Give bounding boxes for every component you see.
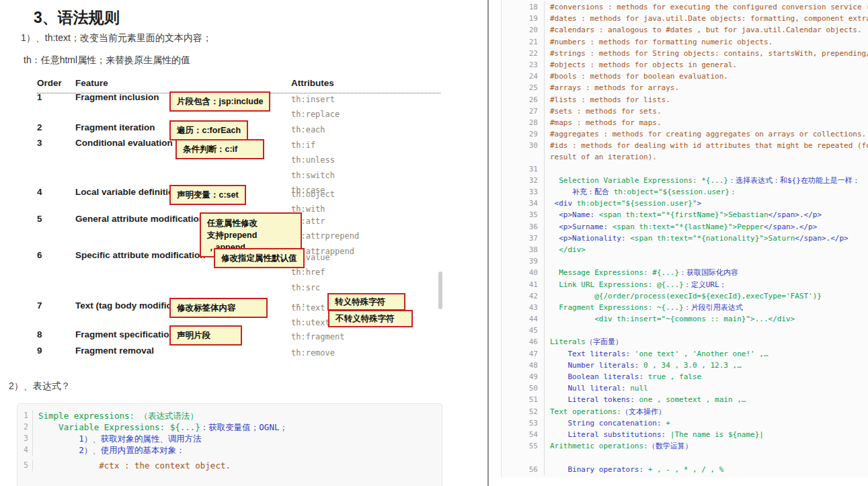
line-number: 53 [502, 417, 545, 429]
code-line: 36 <p>Surname: <span th:text="*{lastName… [502, 221, 868, 233]
line-number: 40 [502, 267, 545, 278]
line-number: 22 [502, 48, 545, 59]
code-text: String concatenation: + [550, 417, 670, 429]
table-row: 9Fragment removalth:remove [37, 346, 440, 360]
code-line: 48 Number literals: 0 , 34 , 3.0 , 12.3 … [502, 360, 868, 371]
code-line: 54 Literal substitutions: |The name is $… [502, 429, 868, 440]
code-text: #bools : methods for boolean evaluation. [550, 71, 728, 82]
col-header-order: Order [37, 78, 75, 88]
order-cell: 8 [37, 329, 75, 344]
code-text: Link URL Expressions: @{...}：定义URL； [550, 279, 727, 290]
code-line: 3 1）、获取对象的属性、调用方法 [17, 433, 442, 444]
code-line: 55Arithmetic operations:（数学运算） [502, 440, 868, 452]
col-header-feature: Feature [75, 78, 291, 88]
code-text: Message Expressions: #{...}：获取国际化内容 [550, 267, 738, 278]
code-line: 43 Fragment Expressions: ~{...}：片段引用表达式 [502, 302, 868, 313]
code-text: 2）、使用内置的基本对象： [38, 444, 185, 456]
code-text: Literal substitutions: |The name is ${na… [550, 429, 764, 440]
attribute-value: th:insert [291, 92, 440, 107]
code-line: 44 <div th:insert="~{commons :: main}">.… [502, 313, 868, 325]
code-text: #sets : methods for sets. [550, 106, 662, 117]
table-row: 8Fragment specificationth:fragment声明片段 [37, 329, 440, 344]
code-line: 20#calendars : analogous to #dates , but… [502, 24, 868, 36]
code-text: #maps : methods for maps. [550, 117, 662, 128]
line-number: 21 [502, 36, 545, 48]
code-text: Text operations:（文本操作） [550, 406, 666, 417]
line-number: 36 [502, 221, 545, 233]
code-line: 49 Boolean literals: true , false [502, 371, 868, 382]
line-number: 30 [502, 140, 545, 151]
order-cell: 9 [37, 346, 75, 360]
line-number: 28 [502, 117, 545, 128]
code-line: 56 Binary operators: + , - , * , / , % [502, 464, 868, 475]
feature-cell: Fragment removal [75, 346, 291, 360]
line-number: 50 [502, 382, 545, 394]
code-line: 45 [502, 325, 868, 336]
code-line: 51 Literal tokens: one , sometext , main… [502, 394, 868, 405]
code-text: Simple expressions: （表达式语法） [38, 410, 198, 421]
annotation-box: 修改标签体内容 [169, 298, 268, 318]
col-header-attributes: Attributes [291, 78, 440, 88]
code-text: <p>Nationality: <span th:text="*{nationa… [550, 233, 849, 244]
code-line: 26#lists : methods for lists. [502, 94, 868, 106]
line-number: 49 [502, 371, 545, 382]
paragraph-expressions: 2）、表达式？ [9, 380, 71, 393]
code-line: 34 <div th:object="${session.user}"> [502, 198, 868, 209]
code-line: 22#strings : methods for String objects:… [502, 48, 868, 59]
expression-reference-code-block: 18#conversions : methods for executing t… [501, 0, 868, 477]
line-number: 55 [502, 440, 545, 452]
code-line: 42 @{/order/process(execId=${execId},exe… [502, 290, 868, 302]
left-pane-scrollbar-thumb[interactable] [438, 272, 442, 309]
left-pane: 3、语法规则 1）、th:text；改变当前元素里面的文本内容； th：任意ht… [0, 0, 488, 486]
line-number: 39 [502, 255, 545, 267]
code-line: 5 #ctx : the context object. [17, 460, 442, 471]
line-number: 26 [502, 94, 545, 106]
paragraph-th-attr: th：任意html属性；来替换原生属性的值 [24, 54, 190, 67]
line-number: 41 [502, 279, 545, 290]
code-text: Boolean literals: true , false [550, 371, 701, 382]
code-text: #numbers : methods for formatting numeri… [550, 36, 773, 48]
code-text: 1）、获取对象的属性、调用方法 [38, 433, 202, 444]
code-line: 41 Link URL Expressions: @{...}：定义URL； [502, 279, 868, 290]
attributes-cell: th:objectth:with [291, 187, 440, 217]
line-number [502, 452, 545, 463]
attributes-cell: th:remove [291, 346, 440, 360]
attribute-value: th:attr [291, 214, 440, 229]
attributes-cell: th:fragment [291, 329, 440, 344]
code-text: Literals（字面量） [550, 336, 623, 348]
code-line: 52Text operations:（文本操作） [502, 406, 868, 417]
line-number: 29 [502, 128, 545, 140]
line-number: 51 [502, 394, 545, 405]
code-text: #lists : methods for lists. [550, 94, 670, 106]
table-row: 2Fragment iterationth:each遍历：c:forEach [37, 122, 440, 137]
line-number: 46 [502, 336, 545, 348]
document-page: 3、语法规则 1）、th:text；改变当前元素里面的文本内容； th：任意ht… [0, 0, 868, 486]
code-line: 27#sets : methods for sets. [502, 106, 868, 117]
line-number: 24 [502, 71, 545, 82]
code-text: #dates : methods for java.util.Date obje… [550, 13, 868, 24]
code-text: <p>Surname: <span th:text="*{lastName}">… [550, 221, 817, 233]
line-number: 34 [502, 198, 545, 209]
code-text: #ids : methods for dealing with id attri… [550, 140, 868, 151]
code-text: Null literal: null [550, 382, 648, 394]
line-number: 5 [17, 460, 33, 471]
attributes-cell: th:each [291, 122, 440, 137]
code-text: #aggregates : methods for creating aggre… [550, 128, 866, 140]
code-line: 47 Text literals: 'one text' , 'Another … [502, 348, 868, 360]
line-number: 56 [502, 464, 545, 475]
attribute-value: th:each [291, 122, 440, 137]
code-text: Text literals: 'one text' , 'Another one… [550, 348, 768, 360]
code-line: 19#dates : methods for java.util.Date ob… [502, 13, 868, 24]
line-number: 19 [502, 13, 545, 24]
code-text: <div th:insert="~{commons :: main}">...<… [550, 313, 795, 325]
code-text: result of an iteration). [550, 151, 657, 163]
annotation-box: 修改指定属性默认值 [214, 248, 305, 268]
line-number: 32 [502, 175, 545, 186]
line-number: 35 [502, 209, 545, 220]
order-cell: 4 [37, 187, 75, 217]
code-line: 39 [502, 255, 868, 267]
code-text: <div th:object="${session.user}"> [550, 198, 701, 209]
line-number: 25 [502, 82, 545, 93]
code-line: 1Simple expressions: （表达式语法） [17, 410, 442, 421]
code-line: 37 <p>Nationality: <span th:text="*{nati… [502, 233, 868, 244]
